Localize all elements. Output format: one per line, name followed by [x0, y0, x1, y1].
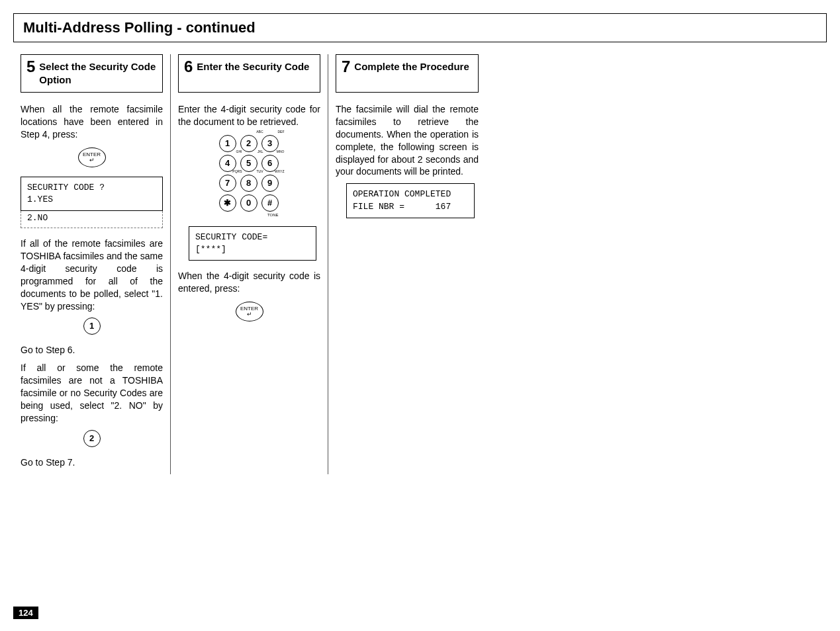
step-7-header: 7 Complete the Procedure	[336, 54, 479, 93]
key-letters: JKL	[257, 149, 263, 153]
col-step-6: 6 Enter the Security Code Enter the 4-di…	[171, 54, 328, 474]
key-glyph: 6	[267, 158, 272, 168]
step-7-para-1: The facsimile will dial the remote facsi…	[336, 103, 479, 178]
key-glyph: #	[267, 198, 272, 208]
col-step-7: 7 Complete the Procedure The facsimile w…	[328, 54, 486, 474]
key-3-icon: 3DEF	[261, 135, 279, 152]
step-7-number: 7	[342, 59, 350, 75]
enter-key-icon: ENTER	[236, 302, 263, 321]
step-6-title: Enter the Security Code	[197, 60, 309, 73]
keypad-2-icon: 2	[83, 430, 101, 447]
screen-line: SECURITY CODE ?	[27, 183, 105, 192]
key-7-icon: 7PQRS	[219, 175, 236, 192]
page-title: Multi-Address Polling - continued	[23, 19, 256, 36]
key-glyph: 4	[225, 158, 230, 168]
key-star-icon: ✱	[219, 194, 236, 212]
key-glyph: 1	[225, 138, 230, 148]
key-letters: GHI	[236, 149, 242, 153]
key-letters: ABC	[256, 130, 263, 134]
security-code-prompt-screen: SECURITY CODE ? 1.YES	[21, 177, 163, 211]
col-step-5: 5 Select the Security Code Option When a…	[13, 54, 171, 474]
columns: 5 Select the Security Code Option When a…	[13, 54, 827, 474]
key-glyph: 2	[246, 138, 251, 148]
key-glyph: 7	[225, 178, 230, 188]
security-code-entry-screen: SECURITY CODE= [****]	[189, 226, 316, 261]
screen-line: [****]	[195, 244, 226, 254]
step-5-para-2: If all of the remote facsimiles are TOSH…	[21, 237, 163, 312]
key-letters: WXYZ	[275, 169, 284, 173]
step-5-para-4: If all or some the remote facsimiles are…	[21, 362, 163, 424]
screen-line: OPERATION COMPLETED	[353, 189, 451, 199]
key-letters: MNO	[277, 149, 285, 153]
key-glyph: 3	[267, 138, 272, 148]
key-glyph: 9	[267, 178, 272, 188]
step-7-title: Complete the Procedure	[354, 60, 469, 73]
operation-completed-screen: OPERATION COMPLETED FILE NBR = 167	[346, 183, 475, 218]
key-glyph: 5	[246, 158, 251, 168]
screen-line: FILE NBR = 167	[353, 202, 451, 212]
screen-line: SECURITY CODE=	[195, 232, 267, 242]
step-5-para-1: When all the remote facsimile locations …	[21, 103, 163, 141]
key-0-icon: 0	[240, 194, 257, 212]
step-5-title: Select the Security Code Option	[39, 60, 157, 86]
keypad-1-icon: 1	[83, 317, 101, 335]
key-9-icon: 9WXYZ	[261, 175, 279, 192]
step-6-para-1: Enter the 4-digit security code for the …	[178, 103, 320, 128]
step-6-para-2: When the 4-digit security code is entere…	[178, 270, 320, 295]
screen-line: 1.YES	[27, 194, 53, 204]
step-5-para-5: Go to Step 7.	[21, 456, 163, 469]
key-8-icon: 8TUV	[240, 175, 257, 192]
step-6-number: 6	[184, 59, 193, 75]
security-code-prompt-ext: 2.NO	[21, 211, 163, 228]
screen-line: 2.NO	[27, 213, 48, 223]
key-glyph: 8	[246, 178, 251, 188]
key-1-icon: 1	[219, 135, 236, 152]
step-5-para-3: Go to Step 6.	[21, 344, 163, 357]
step-5-number: 5	[26, 59, 35, 75]
page-number: 124	[13, 607, 38, 619]
key-letters: DEF	[278, 130, 285, 134]
key-glyph: 0	[246, 198, 251, 208]
key-5-icon: 5JKL	[240, 155, 257, 172]
page-title-box: Multi-Address Polling - continued	[13, 13, 827, 42]
key-glyph: ✱	[224, 198, 231, 208]
tone-label: TONE	[219, 213, 280, 217]
step-5-header: 5 Select the Security Code Option	[21, 54, 163, 93]
keypad-icon: 1 2ABC 3DEF 4GHI 5JKL 6MNO 7PQRS 8TUV 9W…	[178, 135, 320, 217]
key-letters: PQRS	[232, 169, 242, 173]
key-letters: TUV	[257, 169, 263, 173]
enter-key-icon: ENTER	[78, 147, 106, 167]
key-2-icon: 2ABC	[240, 135, 257, 152]
key-hash-icon: #	[261, 194, 279, 212]
step-6-header: 6 Enter the Security Code	[178, 54, 320, 93]
